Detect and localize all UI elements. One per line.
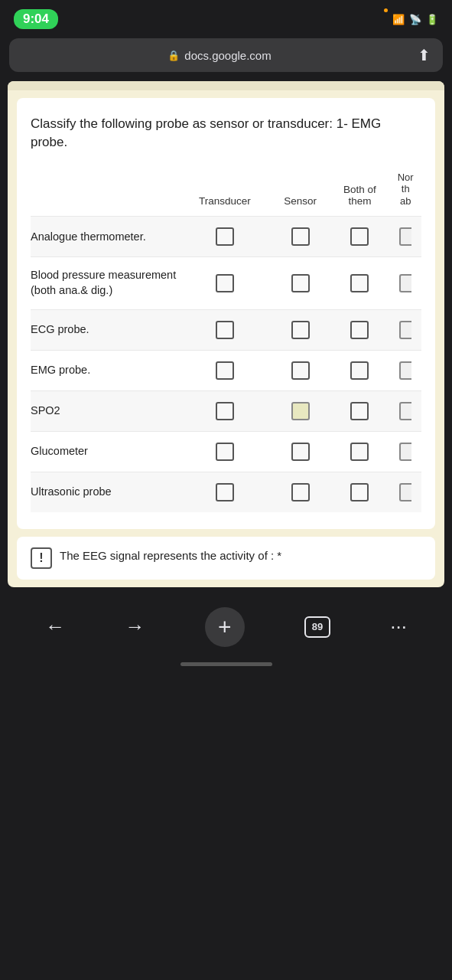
url-text: docs.google.com [184,49,271,62]
browser-url[interactable]: 🔒 docs.google.com [21,49,418,62]
status-time: 9:04 [14,9,58,29]
checkbox[interactable] [216,227,234,246]
bottom-text: The EEG signal represents the activity o… [60,547,281,564]
checkbox[interactable] [291,483,310,501]
table-header-row: Transducer Sensor Both ofthem Northab [31,168,421,217]
battery-icon: 🔋 [426,14,438,25]
checkbox-none-partial[interactable] [399,274,411,292]
table-row: Ultrasonic probe [31,472,421,512]
col-header-sensor: Sensor [271,168,330,217]
row-label: Analogue thermometer. [31,217,179,257]
add-tab-button[interactable]: + [205,607,245,647]
checkbox[interactable] [350,483,369,501]
table-row: SPO2 [31,390,421,431]
checkbox[interactable] [216,321,234,339]
row-label: Glucometer [31,431,179,472]
checkbox-none-partial[interactable] [399,402,411,420]
checkbox[interactable] [350,361,369,380]
checkbox-none-partial[interactable] [399,321,411,339]
row-label: EMG probe. [31,350,179,390]
col-header-both: Both ofthem [330,168,390,217]
col-header-transducer: Transducer [179,168,271,217]
checkbox-none-partial[interactable] [399,227,411,246]
row-label: Blood pressure measurement (both ana.& d… [31,257,179,309]
table-row: Blood pressure measurement (both ana.& d… [31,257,421,309]
checkbox[interactable] [291,443,310,461]
share-icon[interactable]: ⬆ [418,46,431,64]
checkbox[interactable] [350,402,369,420]
tabs-count[interactable]: 89 [304,616,330,638]
table-row: Glucometer [31,431,421,472]
checkbox[interactable] [350,274,369,292]
checkbox[interactable] [291,361,310,380]
main-card: Classify the following probe as sensor o… [17,98,435,529]
row-label: ECG probe. [31,309,179,350]
checkbox[interactable] [216,483,234,501]
home-indicator [180,662,272,666]
back-button[interactable]: ← [45,615,65,639]
lock-icon: 🔒 [167,50,180,61]
checkbox[interactable] [350,443,369,461]
top-bar [8,81,444,90]
more-button[interactable]: ··· [390,615,407,639]
exclaim-icon: ! [31,547,52,569]
table-row: EMG probe. [31,350,421,390]
row-label: SPO2 [31,390,179,431]
checkbox[interactable] [291,321,310,339]
col-header-none: Northab [389,168,421,217]
status-icons: 📶 📡 🔋 [384,14,438,25]
forward-button[interactable]: → [125,615,145,639]
nav-bar: ← → + 89 ··· [0,596,452,658]
status-bar: 9:04 📶 📡 🔋 [0,0,452,38]
probe-table: Transducer Sensor Both ofthem Northab An… [31,168,421,512]
row-label: Ultrasonic probe [31,472,179,512]
table-row: Analogue thermometer. [31,217,421,257]
checkbox[interactable] [291,227,310,246]
wifi-icon: 📡 [409,14,421,25]
signal-icon: 📶 [392,14,405,25]
notification-dot [384,8,388,12]
checkbox[interactable] [216,402,234,420]
question-text: Classify the following probe as sensor o… [31,115,421,152]
checkbox-none-partial[interactable] [399,483,411,501]
checkbox[interactable] [350,227,369,246]
checkbox[interactable] [350,321,369,339]
checkbox[interactable] [216,443,234,461]
col-header-label [31,168,179,217]
table-row: ECG probe. [31,309,421,350]
table-wrapper: Transducer Sensor Both ofthem Northab An… [31,168,421,512]
checkbox[interactable] [216,274,234,292]
checkbox-none-partial[interactable] [399,361,411,380]
page-wrapper: Classify the following probe as sensor o… [8,81,444,587]
bottom-card: ! The EEG signal represents the activity… [17,537,435,580]
checkbox[interactable] [291,274,310,292]
checkbox-none-partial[interactable] [399,443,411,461]
browser-bar[interactable]: 🔒 docs.google.com ⬆ [9,38,443,72]
checkbox[interactable] [216,361,234,380]
checkbox[interactable] [291,402,310,420]
